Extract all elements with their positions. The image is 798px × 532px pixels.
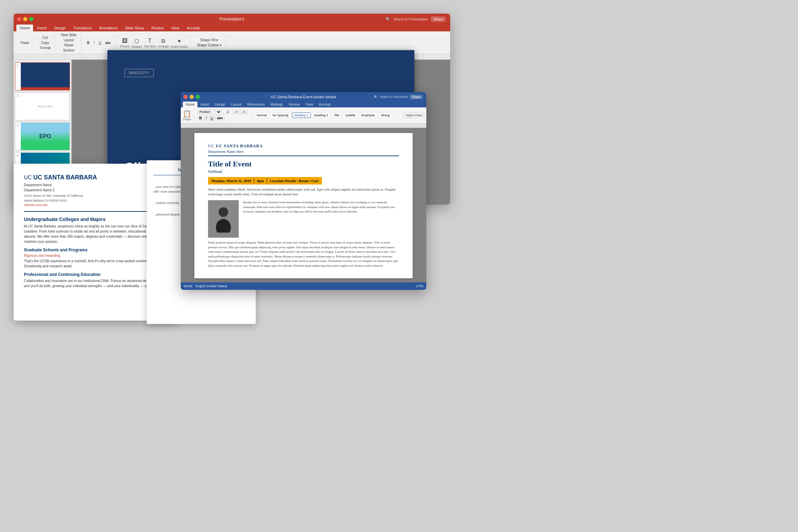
section1-title: Undergraduate Colleges and Majors (24, 217, 167, 222)
word-traffic-lights (183, 95, 200, 99)
word-page-event: UC UC SANTA BARBARA Department Name Here… (194, 133, 413, 278)
speaker-silhouette-icon (213, 205, 234, 233)
slides-group: New Slide Layout Reset Section (57, 32, 81, 53)
slide-num-1: 1 (15, 63, 21, 90)
word-font-controls: Product A↑ A↓ B I U abc (198, 109, 251, 121)
new-slide-button[interactable]: New Slide (60, 32, 78, 38)
shape-outline-button[interactable]: Shape Outline ▾ (196, 43, 223, 48)
word-close-button[interactable] (183, 95, 188, 99)
event-time-text: 4pm (257, 179, 264, 183)
word-language: English (United States) (196, 284, 227, 288)
word-font-size-down[interactable]: A↓ (242, 109, 248, 114)
bold-button[interactable]: B (86, 40, 91, 45)
ppt-tab-insert[interactable]: Insert (34, 25, 50, 31)
word-toolbar: 📋 Paste Product A↑ A↓ B I U abc Normal N… (181, 107, 426, 123)
italic-button[interactable]: I (92, 40, 96, 45)
letterhead-dept: Department Name Department Name 2 (24, 182, 167, 193)
ppt-tab-review[interactable]: Review (148, 25, 167, 31)
shape-fill-button[interactable]: Shape Fill ▾ (199, 38, 219, 43)
format-button[interactable]: Format (39, 45, 52, 50)
arrange-label: Arrange (158, 45, 169, 48)
slide-date-input[interactable]: MM/DD/YY (124, 69, 154, 77)
quick-styles-button[interactable]: ✦ (176, 37, 183, 45)
section2-sub: Rigorous and rewarding. (24, 254, 167, 257)
ppt-titlebar: Presentation1 🔍 Search in Presentation S… (14, 14, 450, 25)
word-font-size[interactable] (223, 110, 233, 114)
reset-button[interactable]: Reset (63, 43, 75, 48)
word-bold-button[interactable]: B (198, 115, 203, 121)
word-zoom: 170% (416, 284, 424, 288)
underline-button[interactable]: U (97, 40, 102, 45)
word-fullscreen-button[interactable] (196, 95, 200, 99)
event-bio-text: Speaker bio or more detailed event infor… (243, 200, 399, 238)
ppt-tab-home[interactable]: Home (16, 25, 33, 31)
word-styles-pane-button[interactable]: Styles Pane (404, 113, 424, 118)
word-tab-review[interactable]: Review (286, 102, 303, 107)
fullscreen-button[interactable] (29, 17, 33, 21)
word-tab-home[interactable]: Home (183, 102, 197, 107)
picture-label: Picture (120, 45, 130, 48)
word-font-size-up[interactable]: A↑ (234, 109, 240, 114)
section1-body: At UC Santa Barbara, academics shine as … (24, 224, 167, 244)
section-button[interactable]: Section (62, 48, 76, 53)
minimize-button[interactable] (23, 17, 27, 21)
word-tab-view[interactable]: View (303, 102, 316, 107)
strikethrough-button[interactable]: abc (104, 40, 112, 45)
word-style-heading2[interactable]: Heading 2 (312, 113, 330, 118)
arrange-button[interactable]: ⧉ (160, 37, 166, 45)
word-style-strong[interactable]: Strong (378, 113, 392, 118)
speaker-photo (208, 200, 239, 238)
word-style-subtitle[interactable]: Subtitle (343, 113, 358, 118)
copy-button[interactable]: Copy (40, 40, 50, 45)
word-ruler (181, 123, 426, 128)
textbox-button[interactable]: T (147, 37, 153, 45)
insert-group: 🖼 Picture ⬡ Shapes T Text Box ⧉ Arrange … (117, 34, 191, 51)
word-tab-layout[interactable]: Layout (228, 102, 244, 107)
word-style-normal[interactable]: Normal (254, 113, 269, 118)
ppt-tab-view[interactable]: View (168, 25, 183, 31)
picture-button[interactable]: 🖼 (121, 37, 129, 45)
word-tab-insert[interactable]: Insert (198, 102, 212, 107)
ppt-tab-transitions[interactable]: Transitions (70, 25, 95, 31)
word-paste-button[interactable]: 📋 (183, 109, 191, 118)
ppt-toolbar-right: 🔍 Search in Presentation Share (386, 16, 446, 22)
ppt-tab-animations[interactable]: Animations (96, 25, 121, 31)
word-font-selector[interactable]: Product (198, 109, 222, 114)
word-word-count: Words (183, 284, 192, 288)
word-search-icon[interactable]: 🔍 (374, 95, 378, 99)
word-paste-label: Paste (183, 118, 191, 121)
word-tab-acrobat[interactable]: Acrobat (316, 102, 333, 107)
ppt-tab-acrobat[interactable]: Acrobat (183, 25, 203, 31)
close-button[interactable] (17, 17, 21, 21)
ppt-tab-design[interactable]: Design (51, 25, 69, 31)
slide-thumb-1[interactable]: 1 (15, 62, 70, 90)
layout-button[interactable]: Layout (62, 38, 75, 43)
word-share-button[interactable]: Share (410, 95, 423, 99)
slide-thumb-3[interactable]: 3 EPO (15, 122, 70, 150)
word-tab-mailings[interactable]: Mailings (268, 102, 286, 107)
slide-2-preview: Blank slide (21, 93, 70, 120)
svg-point-0 (219, 207, 228, 217)
word-tab-design[interactable]: Design (212, 102, 228, 107)
slide-num-2: 2 (15, 93, 21, 120)
cut-button[interactable]: Cut (41, 35, 49, 40)
share-button[interactable]: Share (431, 16, 446, 22)
word-style-emphasis[interactable]: Emphasis (359, 113, 377, 118)
ppt-tab-slideshow[interactable]: Slide Show (122, 25, 147, 31)
slide-num-3: 3 (15, 123, 21, 150)
letterhead-website[interactable]: website.ucsb.edu (24, 203, 167, 208)
word-style-title[interactable]: Title (331, 113, 342, 118)
word-strikethrough-button[interactable]: abc (216, 115, 224, 121)
paste-button[interactable]: Paste (19, 40, 31, 45)
font-group: B I U abc (83, 34, 115, 51)
word-style-no-spacing[interactable]: No Spacing (270, 113, 291, 118)
shapes-button[interactable]: ⬡ (133, 37, 141, 45)
word-italic-button[interactable]: I (204, 115, 208, 121)
word-minimize-button[interactable] (190, 95, 194, 99)
word-style-heading1[interactable]: Heading 1 (292, 113, 311, 118)
slide-thumb-2[interactable]: 2 Blank slide (15, 92, 70, 120)
word-tab-references[interactable]: References (245, 102, 267, 107)
word-underline-button[interactable]: U (209, 115, 215, 121)
search-icon[interactable]: 🔍 (386, 17, 390, 21)
word-statusbar: Words English (United States) 170% (181, 282, 426, 290)
